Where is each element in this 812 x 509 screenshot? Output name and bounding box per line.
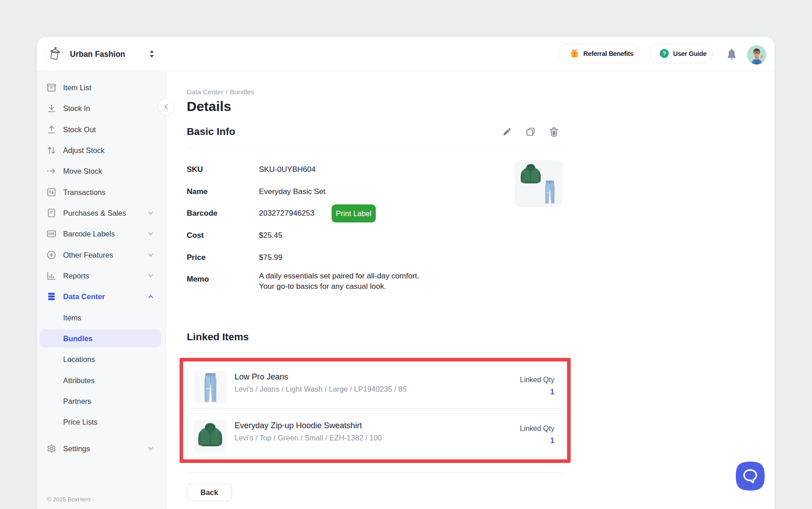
svg-text:?: ?	[663, 51, 666, 57]
